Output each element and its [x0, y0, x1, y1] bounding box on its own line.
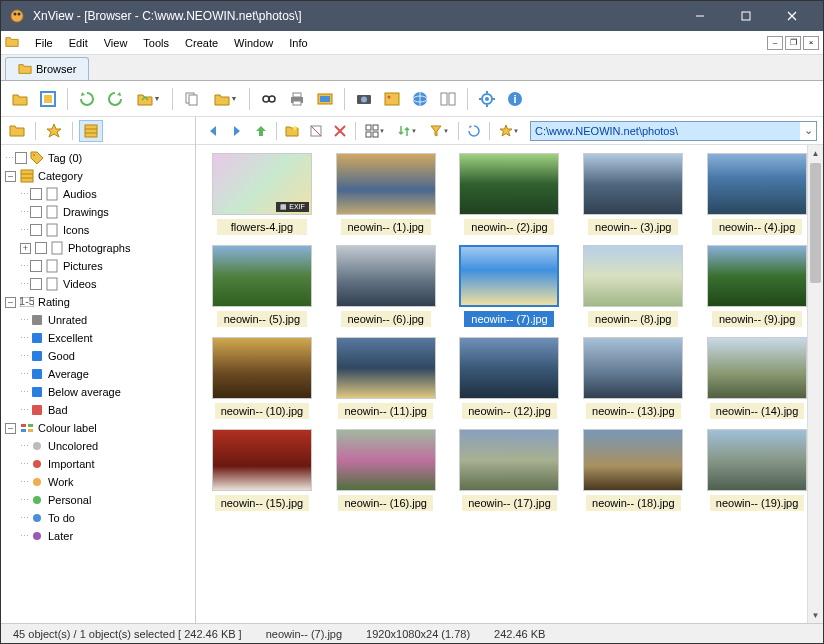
menu-edit[interactable]: Edit: [61, 34, 96, 52]
thumbnail-image[interactable]: [212, 429, 312, 491]
menu-window[interactable]: Window: [226, 34, 281, 52]
mdi-close-button[interactable]: ×: [803, 36, 819, 50]
scroll-down-button[interactable]: ▼: [808, 607, 823, 623]
menu-tools[interactable]: Tools: [135, 34, 177, 52]
thumbnail-image[interactable]: [707, 153, 807, 215]
address-input[interactable]: [531, 122, 800, 140]
thumbnail-item[interactable]: neowin-- (2).jpg: [452, 153, 568, 235]
forward-button[interactable]: [226, 120, 248, 142]
thumbnail-item[interactable]: neowin-- (9).jpg: [699, 245, 815, 327]
paste-button[interactable]: ▼: [207, 86, 243, 112]
tree-checkbox[interactable]: [30, 224, 42, 236]
tree-item[interactable]: ⋯Bad: [3, 401, 193, 419]
new-folder-button[interactable]: [281, 120, 303, 142]
cut-button[interactable]: [305, 120, 327, 142]
thumbnail-item[interactable]: neowin-- (17).jpg: [452, 429, 568, 511]
sort-button[interactable]: ▼: [392, 120, 422, 142]
thumbnail-item[interactable]: neowin-- (12).jpg: [452, 337, 568, 419]
thumbnail-image[interactable]: [459, 153, 559, 215]
thumbnail-viewport[interactable]: ▦ EXIFflowers-4.jpgneowin-- (1).jpgneowi…: [196, 145, 823, 623]
thumbnail-image[interactable]: [583, 245, 683, 307]
maximize-button[interactable]: [723, 1, 769, 31]
filter-button[interactable]: ▼: [424, 120, 454, 142]
menu-file[interactable]: File: [27, 34, 61, 52]
thumbnail-item[interactable]: neowin-- (10).jpg: [204, 337, 320, 419]
info-button[interactable]: i: [502, 86, 528, 112]
thumbnail-image[interactable]: [459, 337, 559, 399]
menu-create[interactable]: Create: [177, 34, 226, 52]
refresh-button[interactable]: [463, 120, 485, 142]
thumbnail-image[interactable]: [336, 337, 436, 399]
tree-item[interactable]: –Category: [3, 167, 193, 185]
tree-item[interactable]: ⋯Good: [3, 347, 193, 365]
thumbnail-image[interactable]: [459, 245, 559, 307]
tree-checkbox[interactable]: [30, 188, 42, 200]
tree-toggle[interactable]: –: [5, 171, 16, 182]
tree-checkbox[interactable]: [15, 152, 27, 164]
thumbnail-item[interactable]: neowin-- (11).jpg: [328, 337, 444, 419]
mdi-minimize-button[interactable]: –: [767, 36, 783, 50]
thumbnail-image[interactable]: [212, 337, 312, 399]
thumbnail-item[interactable]: neowin-- (16).jpg: [328, 429, 444, 511]
tree-item[interactable]: ⋯Excellent: [3, 329, 193, 347]
tree-item[interactable]: ⋯Work: [3, 473, 193, 491]
settings-button[interactable]: [474, 86, 500, 112]
menu-view[interactable]: View: [96, 34, 136, 52]
tab-browser[interactable]: Browser: [5, 57, 89, 80]
open-button[interactable]: [7, 86, 33, 112]
thumbnail-image[interactable]: [707, 337, 807, 399]
transform-button[interactable]: ▼: [130, 86, 166, 112]
thumbnail-item[interactable]: neowin-- (1).jpg: [328, 153, 444, 235]
scrollbar-thumb[interactable]: [810, 163, 821, 283]
thumbnail-image[interactable]: [707, 245, 807, 307]
categories-button[interactable]: [79, 120, 103, 142]
tree-item[interactable]: –1-5Rating: [3, 293, 193, 311]
tree-item[interactable]: –Colour label: [3, 419, 193, 437]
rotate-right-button[interactable]: [102, 86, 128, 112]
tree-item[interactable]: ⋯Below average: [3, 383, 193, 401]
tree-item[interactable]: +Photographs: [3, 239, 193, 257]
thumbnail-item[interactable]: neowin-- (15).jpg: [204, 429, 320, 511]
menu-info[interactable]: Info: [281, 34, 315, 52]
wallpaper-button[interactable]: [379, 86, 405, 112]
thumbnail-image[interactable]: [583, 153, 683, 215]
mdi-restore-button[interactable]: ❐: [785, 36, 801, 50]
address-dropdown-button[interactable]: ⌄: [800, 124, 816, 137]
slideshow-button[interactable]: [312, 86, 338, 112]
tree-item[interactable]: ⋯Drawings: [3, 203, 193, 221]
scroll-up-button[interactable]: ▲: [808, 145, 823, 161]
tree-toggle[interactable]: –: [5, 423, 16, 434]
tree-item[interactable]: ⋯Important: [3, 455, 193, 473]
tree-toggle[interactable]: +: [20, 243, 31, 254]
tree-checkbox[interactable]: [30, 260, 42, 272]
thumbnail-image[interactable]: [459, 429, 559, 491]
thumbnail-item[interactable]: neowin-- (18).jpg: [575, 429, 691, 511]
delete-button[interactable]: [329, 120, 351, 142]
capture-button[interactable]: [351, 86, 377, 112]
thumbnail-image[interactable]: [336, 245, 436, 307]
thumbnail-item[interactable]: neowin-- (8).jpg: [575, 245, 691, 327]
tree-item[interactable]: ⋯Personal: [3, 491, 193, 509]
copy-button[interactable]: [179, 86, 205, 112]
tree-checkbox[interactable]: [35, 242, 47, 254]
minimize-button[interactable]: [677, 1, 723, 31]
tree-item[interactable]: ⋯Videos: [3, 275, 193, 293]
tree-checkbox[interactable]: [30, 206, 42, 218]
back-button[interactable]: [202, 120, 224, 142]
web-button[interactable]: [407, 86, 433, 112]
thumbnail-image[interactable]: [707, 429, 807, 491]
tree-item[interactable]: ⋯Later: [3, 527, 193, 545]
view-mode-button[interactable]: ▼: [360, 120, 390, 142]
tree-item[interactable]: ⋯Average: [3, 365, 193, 383]
thumbnail-item[interactable]: neowin-- (4).jpg: [699, 153, 815, 235]
thumbnail-item[interactable]: neowin-- (3).jpg: [575, 153, 691, 235]
thumbnail-image[interactable]: [336, 429, 436, 491]
search-button[interactable]: [256, 86, 282, 112]
close-button[interactable]: [769, 1, 815, 31]
tree-item[interactable]: ⋯Pictures: [3, 257, 193, 275]
thumbnail-image[interactable]: [583, 337, 683, 399]
thumbnail-item[interactable]: neowin-- (14).jpg: [699, 337, 815, 419]
fullscreen-button[interactable]: [35, 86, 61, 112]
tree-item[interactable]: ⋯Uncolored: [3, 437, 193, 455]
compare-button[interactable]: [435, 86, 461, 112]
